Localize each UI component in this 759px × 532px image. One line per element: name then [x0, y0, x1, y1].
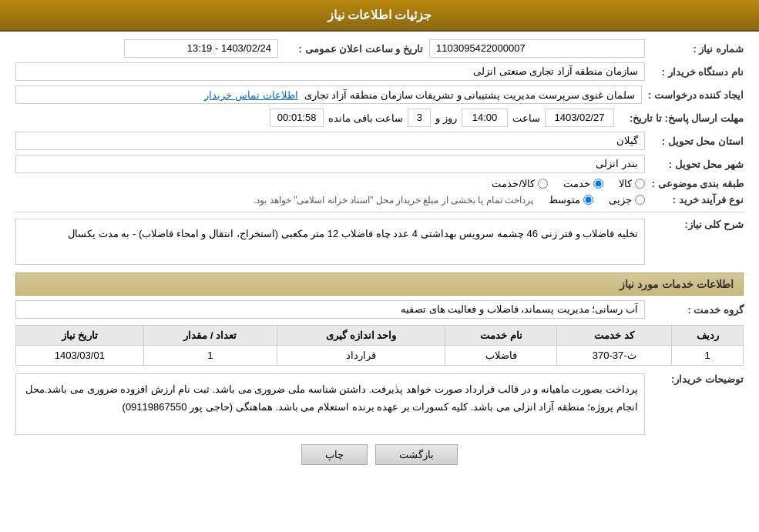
need-description-text: تخلیه فاضلاب و فتر زنی 46 چشمه سرویس بهد… — [15, 219, 645, 265]
category-khadamat-radio[interactable] — [593, 179, 603, 189]
buyer-org-row: نام دستگاه خریدار : سازمان منطقه آزاد تج… — [15, 62, 744, 81]
announce-value: 1403/02/24 - 13:19 — [124, 39, 278, 58]
process-motavasset-label: متوسط — [549, 194, 580, 206]
col-unit: واحد اندازه گیری — [277, 326, 445, 346]
need-description-row: شرح کلی نیاز: تخلیه فاضلاب و فتر زنی 46 … — [15, 219, 744, 265]
process-motavasset-radio[interactable] — [583, 195, 593, 205]
col-quantity: تعداد / مقدار — [143, 326, 277, 346]
col-row: ردیف — [672, 326, 744, 346]
city-value: بندر انزلی — [15, 155, 645, 173]
actions-row: بازگشت چاپ — [15, 444, 744, 465]
buyer-org-label: نام دستگاه خریدار : — [651, 66, 744, 78]
category-kala-khadamat-radio[interactable] — [538, 179, 548, 189]
back-button[interactable]: بازگشت — [375, 444, 458, 465]
creator-contact-link[interactable]: اطلاعات تماس خریدار — [204, 89, 297, 101]
category-khadamat-label: خدمت — [563, 178, 590, 189]
deadline-row: مهلت ارسال پاسخ: تا تاریخ: 1403/02/27 سا… — [15, 109, 744, 127]
need-number-value: 1103095422000007 — [429, 39, 645, 58]
cell-name: فاضلاب — [445, 346, 557, 366]
creator-value: سلمان غنوی سرپرست مدیریت پشتیبانی و تشری… — [15, 85, 642, 104]
cell-row: 1 — [672, 346, 744, 366]
province-label: استان محل تحویل : — [651, 136, 744, 147]
process-motavasset: متوسط — [549, 194, 593, 206]
divider-1 — [15, 212, 744, 212]
city-label: شهر محل تحویل : — [651, 159, 744, 170]
page-wrapper: جزئیات اطلاعات نیاز شماره نیاز : 1103095… — [0, 0, 759, 532]
category-kala-label: کالا — [619, 178, 632, 189]
need-number-row: شماره نیاز : 1103095422000007 تاریخ و سا… — [15, 39, 744, 58]
col-date: تاریخ نیاز — [16, 326, 144, 346]
group-service-value: آب رسانی؛ مدیریت پسماند، فاضلاب و فعالیت… — [15, 300, 645, 319]
category-kala-radio[interactable] — [635, 179, 645, 189]
content-area: شماره نیاز : 1103095422000007 تاریخ و سا… — [0, 32, 759, 480]
category-khadamat: خدمت — [563, 178, 603, 189]
need-number-label: شماره نیاز : — [651, 43, 744, 55]
deadline-days-label: روز و — [435, 112, 457, 124]
category-options: کالا خدمت کالا/خدمت — [15, 178, 645, 189]
page-header: جزئیات اطلاعات نیاز — [0, 0, 759, 32]
category-kala-khadamat-label: کالا/خدمت — [492, 178, 535, 189]
col-name: نام خدمت — [445, 326, 557, 346]
services-table-head: ردیف کد خدمت نام خدمت واحد اندازه گیری ت… — [16, 326, 744, 346]
creator-row: ایجاد کننده درخواست : سلمان غنوی سرپرست … — [15, 85, 744, 104]
process-label: نوع فرآیند خرید : — [651, 194, 744, 206]
process-options: جزیی متوسط پرداخت تمام یا بخشی از مبلغ خ… — [15, 194, 645, 206]
deadline-time: 14:00 — [462, 109, 508, 127]
services-table-header-row: ردیف کد خدمت نام خدمت واحد اندازه گیری ت… — [16, 326, 744, 346]
cell-code: ث-37-370 — [557, 346, 672, 366]
buyer-notes-label: توضیحات خریدار: — [651, 373, 744, 385]
category-row: طبقه بندی موضوعی : کالا خدمت کالا/خدمت — [15, 178, 744, 189]
deadline-remaining-label: ساعت باقی مانده — [328, 112, 403, 124]
creator-text: سلمان غنوی سرپرست مدیریت پشتیبانی و تشری… — [304, 89, 635, 101]
category-kala-khadamat: کالا/خدمت — [492, 178, 548, 189]
city-row: شهر محل تحویل : بندر انزلی — [15, 155, 744, 173]
col-code: کد خدمت — [557, 326, 672, 346]
process-jozi-radio[interactable] — [635, 195, 645, 205]
deadline-label: مهلت ارسال پاسخ: تا تاریخ: — [620, 112, 744, 124]
province-value: گیلان — [15, 132, 645, 150]
cell-unit: قرارداد — [277, 346, 445, 366]
buyer-notes-row: توضیحات خریدار: پرداخت بصورت ماهیانه و د… — [15, 373, 744, 435]
process-row: نوع فرآیند خرید : جزیی متوسط پرداخت تمام… — [15, 194, 744, 206]
deadline-days: 3 — [408, 109, 431, 127]
table-row: 1ث-37-370فاضلابقرارداد11403/03/01 — [16, 346, 744, 366]
buyer-org-value: سازمان منطقه آزاد تجاری صنعتی انزلی — [15, 62, 645, 81]
province-row: استان محل تحویل : گیلان — [15, 132, 744, 150]
group-service-label: گروه خدمت : — [651, 304, 744, 316]
creator-label: ایجاد کننده درخواست : — [648, 89, 744, 101]
need-description-label: شرح کلی نیاز: — [651, 219, 744, 230]
page-title: جزئیات اطلاعات نیاز — [327, 8, 432, 22]
services-table: ردیف کد خدمت نام خدمت واحد اندازه گیری ت… — [15, 325, 744, 366]
announce-label: تاریخ و ساعت اعلان عمومی : — [284, 43, 423, 55]
process-note: پرداخت تمام یا بخشی از مبلغ خریدار محل "… — [254, 195, 533, 206]
category-kala: کالا — [619, 178, 645, 189]
process-jozi: جزیی — [609, 194, 645, 206]
buyer-notes-text: پرداخت بصورت ماهیانه و در قالب قرارداد ص… — [15, 373, 645, 435]
group-service-row: گروه خدمت : آب رسانی؛ مدیریت پسماند، فاض… — [15, 300, 744, 319]
deadline-time-label: ساعت — [512, 112, 540, 124]
cell-date: 1403/03/01 — [16, 346, 144, 366]
services-section-title: اطلاعات خدمات مورد نیاز — [15, 273, 744, 296]
process-jozi-label: جزیی — [609, 194, 632, 206]
deadline-remaining: 00:01:58 — [270, 109, 324, 127]
services-table-body: 1ث-37-370فاضلابقرارداد11403/03/01 — [16, 346, 744, 366]
cell-quantity: 1 — [143, 346, 277, 366]
print-button[interactable]: چاپ — [301, 444, 368, 465]
deadline-date: 1403/02/27 — [545, 109, 614, 127]
category-label: طبقه بندی موضوعی : — [651, 178, 744, 189]
deadline-fields: 1403/02/27 ساعت 14:00 روز و 3 ساعت باقی … — [15, 109, 614, 127]
